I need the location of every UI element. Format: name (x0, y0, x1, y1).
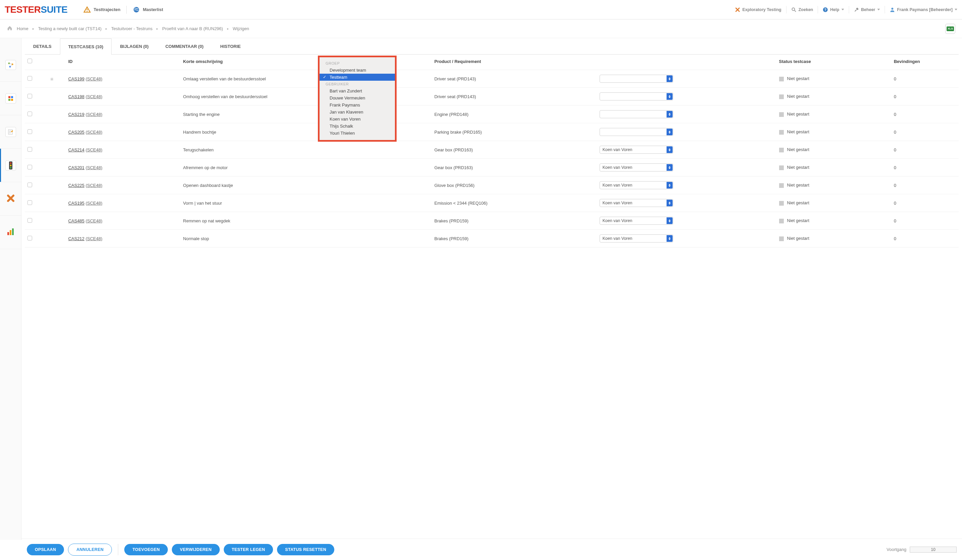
table-row: ≡CAS199 (SCE48)Omlaag verstellen van de … (25, 70, 959, 88)
tester-select[interactable]: Koen van Voren (600, 163, 673, 171)
nav-testtrajecten[interactable]: Testtrajecten (81, 5, 123, 15)
exploratory-testing-link[interactable]: Exploratory Testing (735, 7, 781, 12)
logo[interactable]: TESTERSUITE (5, 4, 67, 15)
dd-user-item[interactable]: Youri Thielen (320, 130, 395, 137)
testcase-id-link[interactable]: CAS225 (68, 183, 84, 188)
scenario-link[interactable]: (SCE48) (86, 147, 102, 152)
help-icon: ? (823, 7, 828, 12)
row-checkbox[interactable] (27, 129, 32, 134)
tester-select[interactable]: Koen van Voren (600, 217, 673, 225)
topbar: TESTERSUITE Testtrajecten Masterlist Exp… (0, 0, 962, 19)
help-link[interactable]: ? Help (823, 7, 844, 12)
tester-select[interactable]: Koen van Voren (600, 146, 673, 154)
svg-text:?: ? (824, 8, 826, 12)
tester-select[interactable]: Koen van Voren (600, 181, 673, 189)
dd-group-item[interactable]: Development team (320, 67, 395, 74)
scenario-link[interactable]: (SCE48) (86, 94, 102, 99)
row-checkbox[interactable] (27, 236, 32, 240)
right-sep (818, 6, 818, 13)
tester-select[interactable]: Koen van Voren (600, 234, 673, 242)
dd-group-item[interactable]: Testteam (320, 74, 395, 81)
testcase-id-link[interactable]: CAS212 (68, 236, 84, 241)
tester-select[interactable] (600, 92, 673, 100)
row-checkbox[interactable] (27, 76, 32, 81)
scenario-link[interactable]: (SCE48) (86, 165, 102, 170)
home-icon[interactable] (7, 25, 13, 32)
topnav: Testtrajecten Masterlist (81, 5, 166, 15)
sidebar-item-graph[interactable] (0, 48, 21, 82)
user-icon (889, 7, 895, 12)
tester-dropdown[interactable]: GROEP Development teamTestteam GEBRUIKER… (318, 56, 397, 142)
testcase-id-link[interactable]: CAS214 (68, 147, 84, 152)
footer-bar: OPSLAAN ANNULEREN TOEVOEGEN VERWIJDEREN … (21, 539, 962, 540)
tester-select[interactable] (600, 110, 673, 118)
row-checkbox[interactable] (27, 218, 32, 223)
sidebar-item-delete[interactable] (0, 182, 21, 216)
beheer-link[interactable]: Beheer (854, 7, 880, 12)
nav-masterlist[interactable]: Masterlist (130, 5, 166, 15)
dd-user-item[interactable]: Douwe Vermeulen (320, 94, 395, 102)
scenario-link[interactable]: (SCE48) (86, 236, 102, 241)
zoeken-link[interactable]: Zoeken (791, 7, 813, 12)
scenario-link[interactable]: (SCE48) (86, 130, 102, 135)
tester-select[interactable] (600, 128, 673, 136)
export-xls-button[interactable]: XLS (945, 24, 955, 34)
dd-user-item[interactable]: Frank Paymans (320, 102, 395, 108)
scenario-link[interactable]: (SCE48) (86, 201, 102, 206)
testcase-id-link[interactable]: CAS198 (68, 94, 84, 99)
bc-item-1[interactable]: Testing a newly built car (TST14) (38, 26, 102, 31)
row-checkbox[interactable] (27, 94, 32, 98)
bc-item-4[interactable]: Wijzigen (233, 26, 249, 31)
tab-commentaar[interactable]: COMMENTAAR (0) (157, 38, 212, 54)
tab-details[interactable]: DETAILS (25, 38, 60, 54)
scenario-link[interactable]: (SCE48) (86, 183, 102, 188)
logo-part2: SUITE (40, 4, 67, 15)
row-findings: 0 (891, 123, 959, 141)
tab-bijlagen[interactable]: BIJLAGEN (0) (111, 38, 157, 54)
scenario-link[interactable]: (SCE48) (86, 218, 102, 223)
testcase-id-link[interactable]: CAS205 (68, 130, 84, 135)
dd-user-item[interactable]: Thijs Schalk (320, 123, 395, 130)
table-row: CAS195 (SCE48)Vorm | van het stuurEmissi… (25, 194, 959, 212)
dd-user-item[interactable]: Jan van Klaveren (320, 108, 395, 116)
row-checkbox[interactable] (27, 182, 32, 187)
testcase-id-link[interactable]: CAS199 (68, 76, 84, 81)
dd-user-item[interactable]: Koen van Voren (320, 116, 395, 123)
bc-home[interactable]: Home (17, 26, 29, 31)
testcase-id-link[interactable]: CAS195 (68, 201, 84, 206)
x-icon (735, 7, 740, 12)
row-checkbox[interactable] (27, 147, 32, 152)
status-text: Niet gestart (787, 94, 809, 99)
tester-select[interactable]: Koen van Voren (600, 199, 673, 207)
row-checkbox[interactable] (27, 165, 32, 169)
testcase-id-link[interactable]: CAS219 (68, 112, 84, 117)
sidebar-item-document[interactable] (0, 115, 21, 149)
row-desc: Terugschakelen (181, 141, 432, 159)
drag-handle-icon[interactable]: ≡ (50, 76, 53, 82)
row-product: Glove box (PRD156) (432, 176, 597, 194)
sidebar-item-palette[interactable] (0, 82, 21, 115)
row-checkbox[interactable] (27, 200, 32, 205)
sidebar-item-traffic[interactable] (0, 149, 21, 182)
tab-testcases[interactable]: TESTCASES (10) (60, 39, 112, 55)
tab-historie[interactable]: HISTORIE (212, 38, 249, 54)
bc-item-2[interactable]: Testuitvoer - Testruns (111, 26, 152, 31)
select-all-checkbox[interactable] (27, 59, 32, 63)
svg-point-7 (891, 8, 893, 10)
user-menu[interactable]: Frank Paymans [Beheerder] (889, 7, 957, 12)
right-sep (849, 6, 849, 13)
bc-item-3[interactable]: Proefrit van A naar B (RUN296) (162, 26, 223, 31)
row-product: Gear box (PRD163) (432, 159, 597, 176)
nav-separator (126, 6, 127, 14)
row-product: Driver seat (PRD143) (432, 88, 597, 105)
scenario-link[interactable]: (SCE48) (86, 112, 102, 117)
scenario-link[interactable]: (SCE48) (86, 76, 102, 81)
help-label: Help (830, 7, 839, 12)
dd-user-item[interactable]: Bart van Zundert (320, 87, 395, 94)
sidebar-item-stats[interactable] (0, 216, 21, 249)
testcase-id-link[interactable]: CAS485 (68, 218, 84, 223)
testcases-table: ID Korte omschrijving Product / Requirem… (25, 55, 959, 247)
tester-select[interactable] (600, 75, 673, 83)
row-checkbox[interactable] (27, 111, 32, 116)
testcase-id-link[interactable]: CAS201 (68, 165, 84, 170)
